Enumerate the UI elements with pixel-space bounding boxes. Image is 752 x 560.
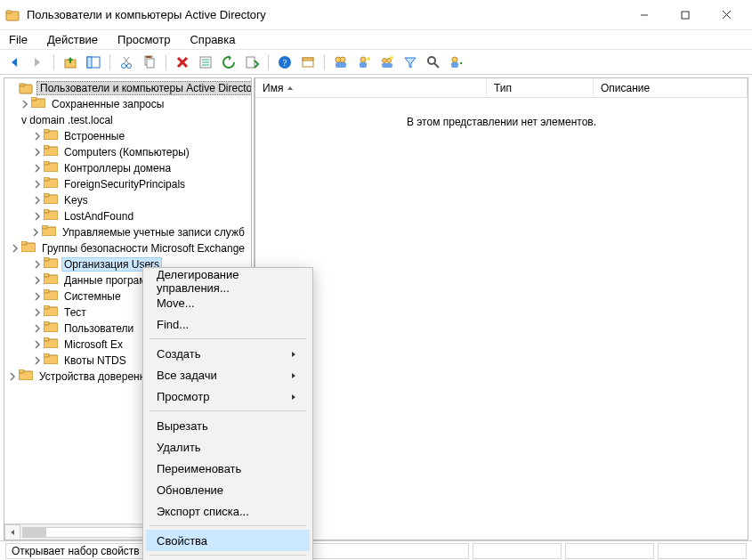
status-text: Открывает набор свойств	[12, 545, 140, 557]
context-menu-item-label: Find...	[157, 318, 189, 331]
context-menu-item[interactable]: Делегирование управления...	[146, 271, 310, 292]
show-hide-tree-icon[interactable]	[85, 53, 102, 71]
tree-expander-icon[interactable]	[31, 146, 44, 158]
delete-icon[interactable]	[174, 53, 191, 71]
tree-expander-icon[interactable]	[31, 194, 44, 207]
context-menu-separator	[150, 338, 306, 339]
column-name[interactable]: Имя	[255, 78, 487, 97]
folder-icon	[44, 321, 58, 336]
status-panel-2	[473, 543, 562, 559]
context-menu-item[interactable]: Обновление	[146, 479, 310, 500]
tree-expander-icon[interactable]	[9, 242, 21, 255]
tree-expander-icon[interactable]	[31, 178, 44, 191]
menu-action[interactable]: Действие	[44, 31, 101, 48]
tree-expander-icon[interactable]	[31, 210, 44, 223]
tree-expander-icon[interactable]	[31, 322, 44, 335]
context-menu-item-label: Свойства	[157, 534, 207, 548]
column-desc[interactable]: Описание	[594, 78, 748, 97]
forward-icon[interactable]	[28, 53, 46, 71]
folder-icon	[19, 81, 33, 95]
up-folder-icon[interactable]	[61, 53, 79, 71]
svg-line-38	[434, 63, 439, 68]
folder-icon	[44, 337, 58, 352]
context-menu-item[interactable]: Вырезать	[146, 415, 310, 436]
tree-expander-icon[interactable]	[19, 98, 31, 110]
tree-expander-icon[interactable]	[31, 162, 44, 174]
tree-item-label: Computers (Компьютеры)	[61, 146, 192, 158]
tree-expander-icon[interactable]	[31, 306, 44, 319]
svg-rect-31	[360, 62, 367, 68]
find-icon[interactable]	[425, 53, 442, 71]
tree-item[interactable]: Пользователи и компьютеры Active Directo…	[6, 80, 251, 96]
help-icon[interactable]: ?	[276, 53, 294, 71]
tree-item-label: LostAndFound	[61, 210, 136, 223]
context-menu-item[interactable]: Find...	[146, 313, 310, 335]
close-button[interactable]	[706, 2, 747, 28]
tree-item[interactable]: Контроллеры домена	[6, 160, 251, 176]
tree-item[interactable]: ForeignSecurityPrincipals	[6, 176, 251, 192]
context-menu-item[interactable]: Просмотр	[146, 386, 310, 407]
scroll-left-icon[interactable]	[4, 524, 20, 540]
menu-help[interactable]: Справка	[186, 31, 239, 48]
svg-rect-46	[44, 129, 49, 133]
tree-expander-icon[interactable]	[31, 130, 44, 142]
tree-expander-icon[interactable]	[31, 274, 44, 287]
find-users-icon[interactable]	[332, 53, 350, 71]
svg-rect-52	[44, 177, 49, 181]
tree-item[interactable]: LostAndFound	[6, 208, 251, 224]
menu-view[interactable]: Просмотр	[114, 31, 174, 48]
menu-file[interactable]: File	[5, 31, 31, 48]
tree-expander-icon[interactable]	[29, 226, 42, 239]
tree-expander-icon[interactable]	[6, 82, 19, 94]
toolbar-separator	[109, 54, 110, 70]
svg-rect-29	[336, 62, 346, 68]
add-to-group-icon[interactable]	[448, 53, 465, 71]
new-group-icon[interactable]	[378, 53, 396, 71]
context-menu-item[interactable]: Экспорт списка...	[146, 500, 310, 522]
svg-rect-60	[21, 241, 27, 245]
context-menu-item[interactable]: Создать	[146, 343, 310, 364]
tree-expander-icon[interactable]	[31, 258, 44, 271]
tree-expander-icon[interactable]	[6, 114, 19, 126]
tree-expander-icon[interactable]	[31, 354, 44, 367]
window-title: Пользователи и компьютеры Active Directo…	[27, 8, 266, 21]
tree-expander-icon[interactable]	[31, 338, 44, 351]
properties-icon[interactable]	[197, 53, 214, 71]
tree-item[interactable]: Computers (Компьютеры)	[6, 144, 251, 160]
tree-item[interactable]: Сохраненные запросы	[6, 96, 251, 112]
svg-point-30	[360, 57, 366, 62]
context-menu-item[interactable]: Переименовать	[146, 458, 310, 479]
context-menu[interactable]: Делегирование управления...Move...Find..…	[142, 267, 313, 560]
svg-rect-3	[682, 12, 689, 19]
filter-icon[interactable]	[401, 53, 419, 71]
tree-item-label: Пользователи и компьютеры Active Directo…	[36, 81, 251, 95]
svg-rect-76	[19, 369, 24, 373]
context-menu-item[interactable]: Удалить	[146, 436, 310, 458]
container-icon[interactable]	[299, 53, 317, 71]
new-user-icon[interactable]	[355, 53, 373, 71]
tree-item[interactable]: Группы безопасности Microsoft Exchange	[6, 240, 251, 256]
list-pane[interactable]: Имя Тип Описание В этом представлении не…	[255, 77, 748, 540]
list-body: В этом представлении нет элементов.	[255, 98, 748, 540]
svg-point-9	[122, 63, 126, 68]
export-list-icon[interactable]	[243, 53, 261, 71]
back-icon[interactable]	[5, 53, 23, 71]
maximize-button[interactable]	[665, 2, 706, 28]
context-menu-item[interactable]: Свойства	[146, 530, 310, 551]
context-menu-item[interactable]: Move...	[146, 292, 310, 313]
tree-item[interactable]: Управляемые учетные записи служб	[6, 224, 251, 240]
context-menu-item-label: Move...	[157, 296, 195, 310]
cut-icon[interactable]	[117, 53, 135, 71]
svg-rect-54	[44, 193, 49, 197]
refresh-icon[interactable]	[220, 53, 238, 71]
copy-icon[interactable]	[141, 53, 158, 71]
tree-item[interactable]: Keys	[6, 192, 251, 208]
folder-icon	[44, 177, 58, 191]
tree-expander-icon[interactable]	[6, 370, 19, 383]
minimize-button[interactable]	[624, 2, 665, 28]
tree-item[interactable]: Встроенные	[6, 128, 251, 144]
tree-item[interactable]: v domain .test.local	[6, 112, 251, 128]
context-menu-item[interactable]: Все задачи	[146, 364, 310, 386]
column-type[interactable]: Тип	[487, 78, 594, 97]
tree-expander-icon[interactable]	[31, 290, 44, 303]
